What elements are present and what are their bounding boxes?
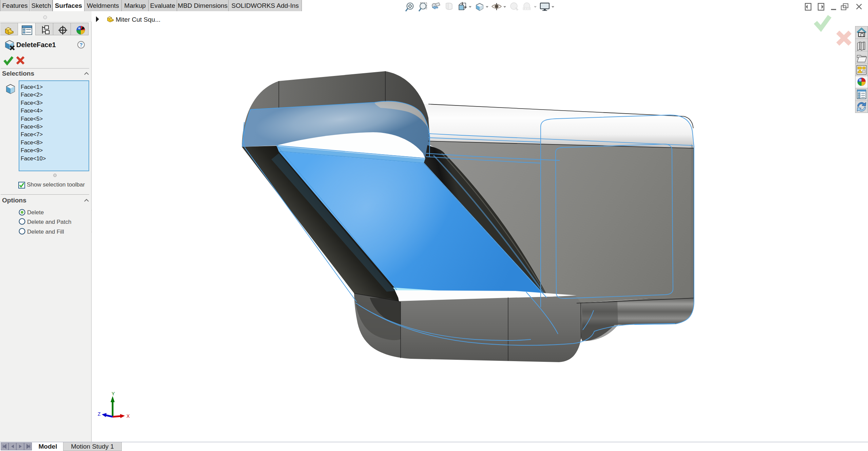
svg-text:Z: Z bbox=[98, 411, 101, 417]
svg-text:?: ? bbox=[79, 42, 82, 47]
svg-text:X: X bbox=[127, 413, 130, 419]
svg-text:Y: Y bbox=[112, 391, 115, 396]
